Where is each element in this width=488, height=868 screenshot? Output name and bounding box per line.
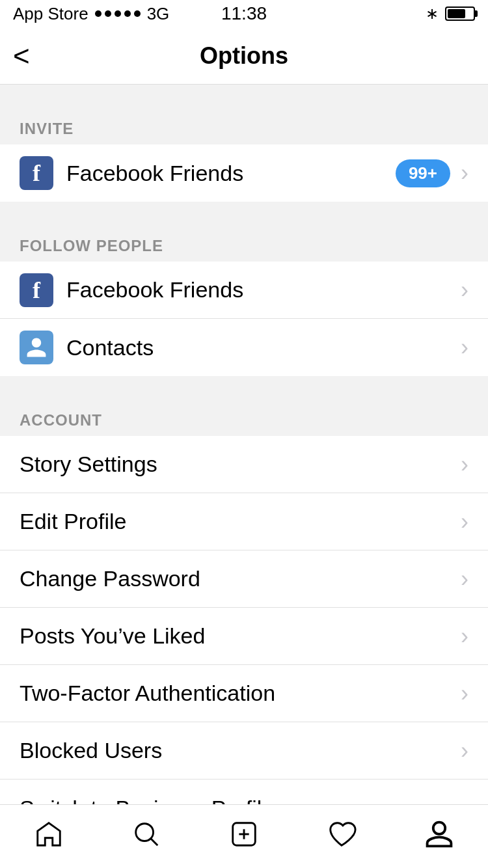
time-label: 11:38 [221,3,267,24]
story-settings-label: Story Settings [20,452,461,477]
posts-liked-item[interactable]: Posts You’ve Liked › [0,608,488,665]
chevron-icon: › [461,737,468,765]
chevron-icon: › [461,680,468,707]
tab-activity[interactable] [309,814,374,860]
svg-line-1 [151,839,158,846]
carrier-label: App Store [13,4,88,24]
tab-profile[interactable] [407,814,472,860]
search-icon [131,819,161,854]
signal-dots [95,10,141,17]
follow-facebook-label: Facebook Friends [66,277,461,303]
tab-home[interactable] [16,814,81,860]
two-factor-label: Two-Factor Authentication [20,681,461,706]
page-title: Options [200,42,288,70]
facebook-icon-invite: f [20,156,53,190]
edit-profile-label: Edit Profile [20,509,461,534]
invite-facebook-badge: 99+ [396,159,450,187]
change-password-label: Change Password [20,566,461,591]
status-left: App Store 3G [13,4,169,24]
follow-contacts-label: Contacts [66,335,461,360]
invite-facebook-item[interactable]: f Facebook Friends 99+ › [0,144,488,202]
chevron-icon: › [461,623,468,650]
chevron-icon: › [461,508,468,536]
change-password-item[interactable]: Change Password › [0,550,488,608]
content-area: INVITE f Facebook Friends 99+ › FOLLOW P… [0,85,488,868]
two-factor-item[interactable]: Two-Factor Authentication › [0,665,488,722]
chevron-icon: › [461,277,468,304]
edit-profile-item[interactable]: Edit Profile › [0,493,488,550]
invite-section: f Facebook Friends 99+ › [0,144,488,202]
plus-square-icon [229,819,259,854]
status-bar: App Store 3G 11:38 ∗ [0,0,488,27]
battery-icon [445,7,475,21]
section-gap-account [0,376,488,396]
follow-contacts-item[interactable]: Contacts › [0,319,488,376]
section-header-account: ACCOUNT [0,396,488,436]
section-header-follow: FOLLOW PEOPLE [0,221,488,262]
bluetooth-icon: ∗ [426,5,439,23]
tab-bar [0,804,488,868]
heart-icon [327,819,357,854]
chevron-icon: › [461,159,468,187]
svg-point-0 [136,824,154,841]
blocked-users-label: Blocked Users [20,738,461,763]
back-button[interactable]: < [13,42,30,70]
section-gap-invite [0,85,488,104]
network-label: 3G [147,4,170,24]
section-header-invite: INVITE [0,104,488,144]
tab-add[interactable] [211,814,277,860]
follow-section: f Facebook Friends › Contacts › [0,262,488,376]
chevron-icon: › [461,334,468,361]
posts-liked-label: Posts You’ve Liked [20,623,461,649]
follow-facebook-item[interactable]: f Facebook Friends › [0,262,488,319]
status-right: ∗ [426,5,475,23]
chevron-icon: › [461,451,468,478]
contacts-icon [20,331,53,364]
account-section: Story Settings › Edit Profile › Change P… [0,436,488,837]
blocked-users-item[interactable]: Blocked Users › [0,722,488,780]
facebook-icon-follow: f [20,273,53,307]
invite-facebook-label: Facebook Friends [66,161,396,186]
chevron-icon: › [461,565,468,593]
profile-icon [424,819,454,854]
home-icon [34,819,64,854]
tab-search[interactable] [114,814,179,860]
story-settings-item[interactable]: Story Settings › [0,436,488,493]
nav-bar: < Options [0,27,488,85]
section-gap-follow [0,202,488,221]
